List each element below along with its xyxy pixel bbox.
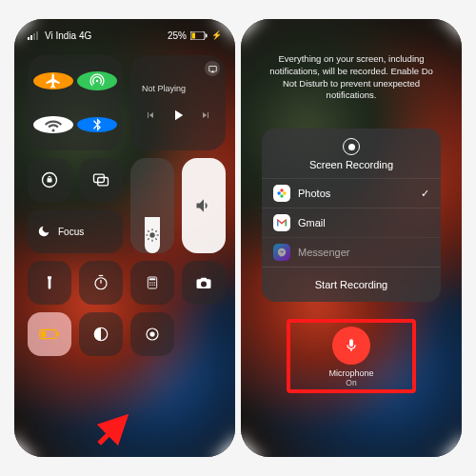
control-center-screen: Vi India 4G 25% ⚡: [14, 19, 235, 457]
app-row-photos[interactable]: Photos ✓: [262, 178, 441, 208]
record-icon: [343, 138, 360, 155]
airplay-icon: [208, 65, 217, 73]
app-label: Messenger: [298, 247, 349, 258]
bluetooth-icon: [89, 117, 105, 132]
screen-mirroring-tile[interactable]: [79, 158, 123, 202]
screen-record-tile[interactable]: [130, 312, 174, 356]
svg-rect-31: [41, 331, 46, 337]
microphone-toggle[interactable]: [332, 327, 370, 365]
svg-point-24: [149, 282, 150, 283]
recording-sheet: Screen Recording Photos ✓ Gmail Messenge…: [262, 129, 441, 302]
battery-percent: 25%: [168, 30, 187, 41]
cellular-icon: [88, 71, 107, 90]
brightness-icon: [145, 228, 160, 243]
timer-icon: [92, 274, 109, 291]
svg-point-26: [154, 282, 155, 283]
play-icon[interactable]: [169, 107, 187, 124]
media-tile[interactable]: Not Playing: [130, 55, 226, 150]
svg-point-39: [280, 194, 284, 198]
app-label: Photos: [298, 188, 330, 199]
start-recording-button[interactable]: Start Recording: [262, 267, 441, 302]
screen-recording-sheet-screen: Everything on your screen, including not…: [241, 19, 462, 457]
svg-rect-1: [30, 35, 32, 40]
airplay-button[interactable]: [205, 61, 220, 76]
svg-rect-5: [192, 32, 196, 38]
screen-mirroring-icon: [91, 170, 110, 189]
sheet-header: Screen Recording: [262, 129, 441, 178]
svg-rect-8: [94, 174, 105, 182]
app-row-gmail[interactable]: Gmail: [262, 208, 441, 237]
microphone-label: Microphone: [298, 368, 405, 378]
previous-icon[interactable]: [145, 109, 156, 121]
gmail-app-icon: [273, 214, 290, 231]
svg-line-15: [148, 230, 149, 231]
svg-point-28: [151, 285, 152, 286]
camera-icon: [195, 274, 212, 291]
messenger-app-icon: [273, 244, 290, 261]
airplane-toggle[interactable]: [33, 72, 73, 89]
microphone-icon: [344, 338, 359, 353]
wifi-icon: [45, 116, 62, 133]
svg-point-10: [149, 232, 154, 237]
flashlight-icon: [42, 275, 57, 290]
svg-point-29: [154, 285, 155, 286]
cellular-toggle[interactable]: [77, 71, 117, 90]
flashlight-tile[interactable]: [28, 261, 71, 305]
check-icon: ✓: [421, 188, 429, 200]
svg-point-27: [149, 285, 150, 286]
orientation-lock-icon: [40, 170, 59, 189]
svg-rect-9: [98, 178, 109, 186]
svg-rect-23: [149, 278, 156, 280]
svg-rect-32: [57, 332, 59, 337]
now-playing-label: Not Playing: [142, 84, 186, 93]
dark-mode-tile[interactable]: [79, 312, 123, 356]
svg-point-38: [283, 192, 287, 196]
record-icon: [144, 326, 161, 343]
battery-low-icon: [39, 328, 60, 340]
sheet-title: Screen Recording: [262, 159, 441, 170]
signal-icon: [28, 31, 41, 40]
svg-rect-0: [28, 37, 30, 40]
svg-rect-3: [36, 31, 38, 40]
microphone-state: On: [298, 378, 405, 387]
svg-rect-6: [206, 33, 208, 37]
app-label: Gmail: [298, 217, 326, 228]
svg-line-18: [155, 230, 156, 231]
airplane-icon: [45, 72, 62, 89]
svg-line-17: [148, 238, 149, 239]
calculator-icon: [145, 275, 160, 290]
dark-mode-icon: [92, 326, 109, 343]
recording-disclaimer: Everything on your screen, including not…: [241, 19, 462, 102]
tile-grid: Not Playing Focus: [14, 46, 235, 366]
moon-icon: [37, 225, 50, 238]
bluetooth-toggle[interactable]: [77, 117, 117, 132]
connectivity-tile[interactable]: [28, 55, 123, 150]
svg-rect-2: [33, 33, 35, 40]
svg-line-16: [155, 238, 156, 239]
svg-point-35: [149, 331, 154, 336]
app-row-messenger[interactable]: Messenger: [262, 237, 441, 267]
volume-slider[interactable]: [182, 158, 226, 253]
carrier-label: Vi India 4G: [45, 30, 91, 41]
photos-app-icon: [273, 185, 290, 202]
next-icon[interactable]: [200, 109, 211, 121]
brightness-slider[interactable]: [130, 158, 174, 253]
status-bar: Vi India 4G 25% ⚡: [14, 19, 235, 46]
svg-point-40: [277, 192, 281, 196]
camera-tile[interactable]: [182, 261, 226, 305]
start-recording-label: Start Recording: [315, 279, 387, 290]
svg-point-37: [280, 189, 284, 193]
wifi-toggle[interactable]: [33, 116, 73, 133]
timer-tile[interactable]: [79, 261, 123, 305]
orientation-lock-tile[interactable]: [28, 158, 71, 202]
charging-icon: ⚡: [211, 30, 222, 40]
microphone-control: Microphone On: [298, 327, 405, 387]
focus-label: Focus: [58, 227, 84, 237]
battery-icon: [190, 31, 208, 40]
calculator-tile[interactable]: [130, 261, 174, 305]
low-power-tile[interactable]: [28, 312, 71, 356]
svg-point-25: [151, 282, 152, 283]
volume-icon: [194, 196, 213, 215]
focus-tile[interactable]: Focus: [28, 209, 123, 253]
